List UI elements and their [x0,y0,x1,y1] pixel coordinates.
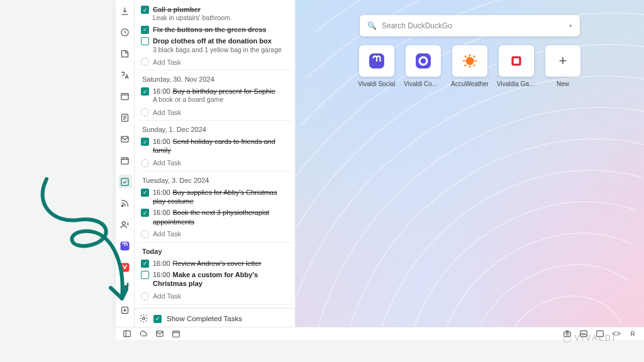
task-row[interactable]: 16:00Buy supplies for Abby's Christmas p… [141,187,291,207]
sync-icon[interactable] [138,329,148,339]
add-task-button[interactable]: Add Task [141,106,291,118]
speed-dial-tile[interactable]: +New [543,45,582,94]
svg-point-11 [142,317,145,320]
tasks-panel: Call a plumberLeak in upstairs' bathroom… [135,0,296,327]
feeds-icon[interactable] [118,196,132,210]
history-icon[interactable] [118,25,132,39]
vivaldi-webpanel-icon[interactable] [118,260,132,274]
task-title: 16:00Make a custom for Abby's Christmas … [153,270,291,288]
search-field[interactable]: 🔍 Search DuckDuckGo ▾ [360,15,580,36]
day-header: Tuesday, 3. Dec 2024 [142,177,291,184]
task-checkbox[interactable] [141,6,149,14]
task-row[interactable]: 16:00Book the next 3 physiotherapist app… [141,207,291,228]
speed-dial-tile[interactable]: AccuWeather [450,45,489,94]
vivaldi-watermark: VIVALDI [563,334,616,343]
day-header: Sunday, 1. Dec 2024 [142,126,291,133]
start-page: 🔍 Search DuckDuckGo ▾ Vivaldi SocialViva… [296,0,644,327]
task-checkbox[interactable] [141,189,149,197]
show-completed-checkbox[interactable] [153,315,162,323]
sun-icon [452,45,487,77]
task-row[interactable]: 16:00Send holiday cards to friends and f… [141,136,291,156]
add-task-button[interactable]: Add Task [141,156,291,168]
add-task-label: Add Task [153,159,181,167]
svg-rect-4 [121,158,128,164]
add-task-label: Add Task [153,292,181,300]
chevron-down-icon[interactable]: ▾ [569,23,572,29]
add-icon [141,108,149,116]
ruler-icon[interactable]: R [628,329,638,339]
window-panel-icon[interactable] [118,89,132,103]
tasks-list[interactable]: Call a plumberLeak in upstairs' bathroom… [135,0,295,308]
add-icon [141,230,149,238]
wikipedia-webpanel-icon[interactable]: W [118,282,132,295]
plus-icon: + [545,45,580,77]
tasks-icon[interactable] [118,175,132,189]
task-checkbox[interactable] [141,26,149,34]
add-task-button[interactable]: Add Task [141,55,291,67]
task-row[interactable]: Call a plumberLeak in upstairs' bathroom… [141,4,291,24]
day-header: Today [142,248,291,255]
add-icon [141,159,149,167]
add-task-button[interactable]: Add Task [141,290,291,302]
task-title: 16:00Book the next 3 physiotherapist app… [153,208,291,226]
reader-icon[interactable] [118,111,132,124]
tile-label: Vivaldi Social [358,80,395,87]
speed-dial-tile[interactable]: Vivaldia Games [497,45,536,94]
translate-icon[interactable] [118,68,132,82]
add-task-label: Add Task [153,109,181,116]
task-time: 16:00 [153,271,170,278]
notes-icon[interactable] [118,47,132,60]
task-time: 16:00 [153,260,170,267]
task-checkbox[interactable] [141,37,149,45]
task-row[interactable]: Fix the buttons on the green dress [141,24,291,35]
mail-status-icon[interactable] [155,329,165,339]
tile-label: New [557,80,569,87]
calendar-icon[interactable] [118,153,132,167]
contacts-icon[interactable] [118,217,132,231]
settings-icon[interactable] [138,314,148,323]
svg-point-7 [122,221,125,224]
search-placeholder: Search DuckDuckGo [382,21,452,30]
task-note: A book or a board game [153,96,291,104]
mail-icon[interactable] [118,132,132,146]
calendar-status-icon[interactable] [171,329,181,339]
search-icon: 🔍 [367,21,377,30]
tile-label: Vivaldi Com… [404,80,443,87]
svg-point-16 [466,57,474,65]
svg-rect-9 [120,263,129,272]
svg-rect-21 [173,331,180,337]
add-icon [141,58,149,66]
task-row[interactable]: 16:00Make a custom for Abby's Christmas … [141,269,291,290]
add-task-label: Add Task [153,230,181,238]
svg-point-15 [421,58,426,64]
mastodon-webpanel-icon[interactable] [118,239,132,253]
add-task-button[interactable]: Add Task [141,228,291,239]
task-time: 16:00 [153,209,170,216]
task-checkbox[interactable] [141,260,149,268]
downloads-icon[interactable] [118,4,132,18]
panel-toggle-icon[interactable] [122,329,132,339]
tasks-panel-footer: Show Completed Tasks [135,308,295,327]
task-checkbox[interactable] [141,209,149,217]
annotation-arrow [21,176,128,311]
vivaldi-icon [406,45,441,77]
task-checkbox[interactable] [141,271,149,279]
task-checkbox[interactable] [141,87,149,96]
task-row[interactable]: Drop clothes off at the donation box3 bl… [141,35,291,55]
day-header: Saturday, 30. Nov 2024 [142,75,291,83]
task-row[interactable]: 16:00Buy a birthday present for SophieA … [141,85,291,106]
task-row[interactable]: 16:00Review Andrew's cover letter [141,258,291,269]
svg-rect-18 [514,58,519,64]
tile-label: Vivaldia Games [497,80,536,87]
task-title: 16:00Buy a birthday present for Sophie [153,87,291,96]
task-checkbox[interactable] [141,138,149,146]
add-panel-icon[interactable] [118,303,132,317]
task-time: 16:00 [153,87,170,95]
game-icon [499,45,534,77]
task-time: 16:00 [153,138,170,145]
speed-dial-tile[interactable]: Vivaldi Com… [404,45,443,94]
task-note: Leak in upstairs' bathroom. [153,14,291,23]
panel-rail: W [116,0,135,327]
browser-window: W Call a plumberLeak in upstairs' bathro… [116,0,644,327]
speed-dial-tile[interactable]: Vivaldi Social [357,45,396,94]
